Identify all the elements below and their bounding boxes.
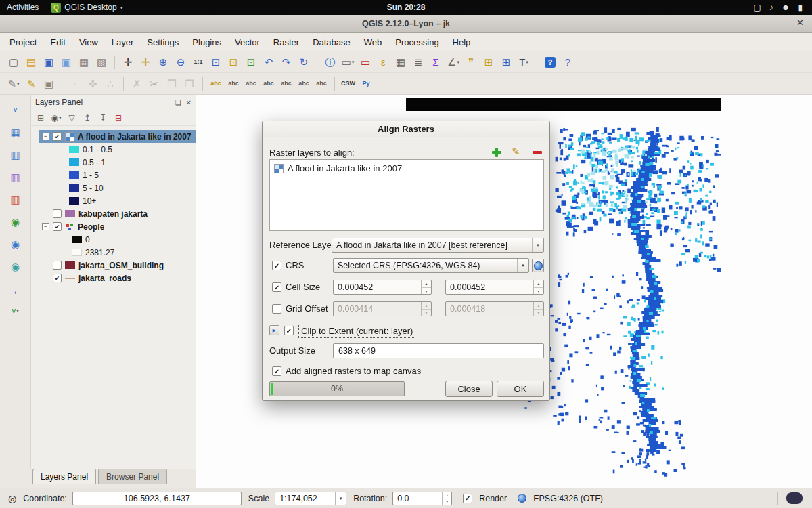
whats-this-icon[interactable]: ? (560, 54, 576, 70)
layer-row[interactable]: −✔People (39, 220, 196, 233)
filter-legend-icon[interactable]: ▽ (65, 111, 78, 125)
layer-row[interactable]: −✔A flood in Jakarta like in 2007 (39, 130, 196, 143)
layer-row[interactable]: jakarta_OSM_building (39, 259, 196, 272)
activities-button[interactable]: Activities (7, 3, 39, 12)
label-pin-icon[interactable]: abc (225, 76, 242, 92)
menu-database[interactable]: Database (306, 34, 357, 51)
clip-extent-label[interactable]: Clip to Extent (current: layer) (299, 324, 415, 337)
layer-checkbox[interactable]: ✔ (53, 222, 62, 231)
add-feature-icon[interactable]: ◦ (67, 76, 83, 92)
toggle-editing-icon[interactable]: ✎ (23, 76, 39, 92)
crs-checkbox[interactable]: ✔ (272, 261, 281, 270)
tab-browser-panel[interactable]: Browser Panel (98, 469, 167, 484)
zoom-to-selection-icon[interactable]: ⊡ (225, 54, 242, 70)
menu-view[interactable]: View (72, 34, 105, 51)
deselect-features-icon[interactable]: ▭ (357, 54, 374, 70)
spin-up-icon[interactable]: ▴ (534, 280, 543, 288)
layer-row[interactable]: ✔jakarta_roads (39, 272, 196, 284)
tab-layers-panel[interactable]: Layers Panel (32, 469, 96, 484)
layer-checkbox[interactable] (53, 209, 62, 218)
expand-icon[interactable]: − (42, 133, 49, 140)
zoom-full-icon[interactable]: ⊡ (208, 54, 224, 70)
scale-combobox[interactable]: 1:174,052 ▾ (275, 492, 346, 505)
menu-project[interactable]: Project (3, 34, 43, 51)
add-wcs-layer-icon[interactable]: ◉ (7, 236, 24, 252)
select-by-expression-icon[interactable]: ε (375, 54, 391, 70)
menu-settings[interactable]: Settings (140, 34, 185, 51)
delete-selected-icon[interactable]: ✗ (129, 76, 145, 92)
open-attribute-table-icon[interactable]: ▦ (392, 54, 409, 70)
new-bookmark-icon[interactable]: ⊞ (480, 54, 497, 70)
reference-layer-combobox[interactable]: A flood in Jakarta like in 2007 [best re… (332, 238, 544, 253)
extents-icon[interactable]: ◎ (8, 493, 16, 504)
add-spatialite-layer-icon[interactable]: ▥ (7, 169, 24, 185)
layer-row[interactable]: kabupaten jakarta (39, 207, 196, 220)
label-highlight-icon[interactable]: abc (243, 76, 259, 92)
add-wfs-layer-icon[interactable]: ◉ (7, 258, 24, 274)
map-tips-icon[interactable]: ❞ (463, 54, 479, 70)
float-panel-icon[interactable]: ❏ (175, 99, 181, 106)
zoom-in-icon[interactable]: ⊕ (155, 54, 171, 70)
crs-status-label[interactable]: EPSG:4326 (OTF) (533, 494, 603, 503)
zoom-to-layer-icon[interactable]: ⊡ (243, 54, 259, 70)
spin-down-icon[interactable]: ▾ (534, 288, 543, 295)
coordinate-input[interactable]: 106.5923,-6.1437 (72, 492, 242, 505)
layer-row[interactable]: 1 - 5 (39, 169, 196, 182)
label-show-hide-icon[interactable]: abc (261, 76, 277, 92)
dialog-title[interactable]: Align Rasters (263, 121, 549, 137)
grid-offset-checkbox[interactable] (272, 304, 281, 314)
new-layer-icon[interactable]: V▾ (7, 303, 24, 319)
spin-up-icon[interactable]: ▴ (422, 280, 431, 288)
cut-features-icon[interactable]: ✂ (146, 76, 162, 92)
render-checkbox[interactable]: ✔ (463, 494, 472, 503)
menu-help[interactable]: Help (446, 34, 478, 51)
add-group-icon[interactable]: ⊞ (34, 111, 47, 125)
log-messages-icon[interactable] (786, 492, 803, 504)
zoom-out-icon[interactable]: ⊖ (173, 54, 189, 70)
project-save-icon[interactable]: ▣ (41, 54, 57, 70)
map-refresh-icon[interactable]: ↻ (296, 54, 312, 70)
zoom-native-icon[interactable]: 1:1 (190, 54, 206, 70)
layer-checkbox[interactable] (53, 261, 62, 270)
csw-icon[interactable]: CSW (340, 76, 357, 92)
paste-features-icon[interactable]: ❒ (181, 76, 198, 92)
statistical-summary-icon[interactable]: Σ (428, 54, 444, 70)
close-panel-icon[interactable]: ✕ (186, 99, 191, 106)
ok-button[interactable]: OK (497, 381, 544, 397)
show-bookmarks-icon[interactable]: ⊞ (498, 54, 514, 70)
window-titlebar[interactable]: QGIS 2.12.0–Lyon – jk ✕ (0, 15, 812, 33)
new-print-composer-icon[interactable]: ▦ (76, 54, 92, 70)
menu-layer[interactable]: Layer (105, 34, 141, 51)
add-mssql-layer-icon[interactable]: ▥ (7, 191, 24, 207)
menu-edit[interactable]: Edit (43, 34, 72, 51)
remove-raster-icon[interactable] (532, 147, 543, 158)
python-console-icon[interactable]: Py (358, 76, 374, 92)
text-annotation-icon[interactable]: T▾ (516, 54, 532, 70)
label-rotate-icon[interactable]: abc (296, 76, 312, 92)
zoom-next-icon[interactable]: ↷ (278, 54, 294, 70)
measure-icon[interactable]: ∠▾ (445, 54, 461, 70)
cell-size-y-spinbox[interactable]: 0.000452 ▴▾ (445, 280, 544, 295)
raster-layers-list[interactable]: A flood in Jakarta like in 2007 (269, 159, 544, 231)
add-to-canvas-checkbox[interactable]: ✔ (272, 366, 281, 376)
move-feature-icon[interactable]: ✜ (85, 76, 101, 92)
select-features-icon[interactable]: ▭▾ (340, 54, 356, 70)
current-edits-icon[interactable]: ✎▾ (5, 76, 22, 92)
layer-checkbox[interactable]: ✔ (53, 274, 62, 282)
composer-manager-icon[interactable]: ▧ (93, 54, 110, 70)
layer-row[interactable]: 2381.27 (39, 246, 196, 259)
spin-down-icon[interactable]: ▾ (422, 288, 431, 295)
edit-raster-icon[interactable]: ✎ (512, 146, 522, 156)
node-tool-icon[interactable]: ∴ (102, 76, 118, 92)
add-raster-layer-icon[interactable]: ▦ (7, 124, 24, 140)
power-icon[interactable]: ▮ (798, 3, 803, 12)
expand-icon[interactable]: − (42, 223, 49, 230)
menu-web[interactable]: Web (357, 34, 389, 51)
close-button[interactable]: Close (445, 381, 493, 397)
cell-size-checkbox[interactable]: ✔ (272, 282, 281, 292)
save-layer-edits-icon[interactable]: ▣ (41, 76, 57, 92)
label-properties-icon[interactable]: abc (313, 76, 330, 92)
zoom-last-icon[interactable]: ↶ (261, 54, 277, 70)
rotation-spinbox[interactable]: 0.0 ▴▾ (392, 492, 452, 505)
label-move-icon[interactable]: abc (278, 76, 294, 92)
